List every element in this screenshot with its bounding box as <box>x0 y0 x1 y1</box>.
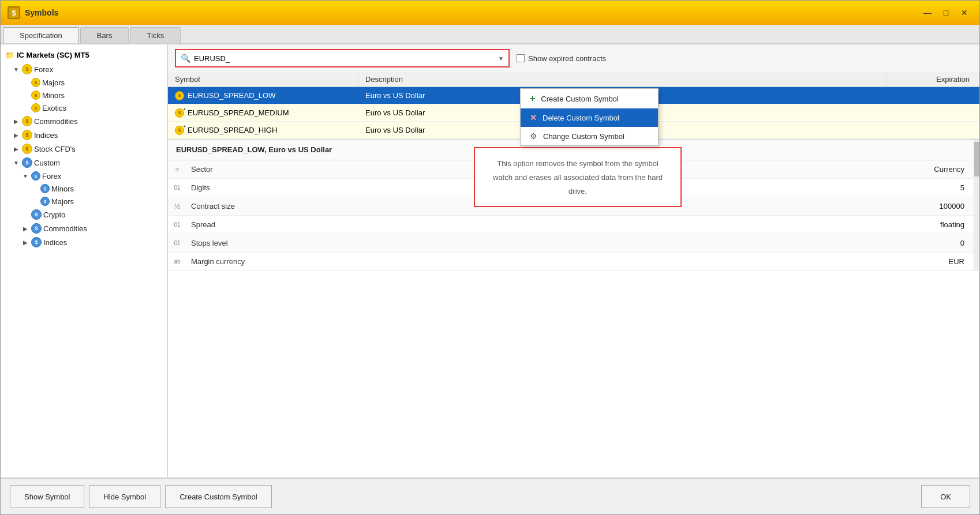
ctx-change-custom-symbol[interactable]: ⚙ Change Custom Symbol <box>521 127 658 145</box>
tree-item-exotics[interactable]: $ Exotics <box>1 102 167 114</box>
context-menu: + Create Custom Symbol ✕ Delete Custom S… <box>520 88 659 146</box>
custom-majors-label: Majors <box>51 197 74 206</box>
digits-icon: 01 <box>168 185 186 191</box>
row-icon-3: $+ <box>175 126 184 135</box>
symbol-text-1: EURUSD_SPREAD_LOW <box>188 91 275 100</box>
close-button[interactable]: ✕ <box>956 6 972 20</box>
row-icon-2: $+ <box>175 108 184 118</box>
scrollbar[interactable] <box>974 140 979 271</box>
tab-bar: Specification Bars Ticks <box>1 25 979 44</box>
tree-root-label: IC Markets (SC) MT5 <box>17 51 89 59</box>
td-symbol-2: $+ EURUSD_SPREAD_MEDIUM <box>168 106 358 120</box>
tree-root: 📁 IC Markets (SC) MT5 <box>1 48 167 62</box>
spread-value: floating <box>858 217 974 232</box>
expand-custom-indices[interactable]: ▶ <box>21 238 29 246</box>
title-buttons: — □ ✕ <box>919 6 972 20</box>
expand-custom[interactable]: ▼ <box>12 159 20 167</box>
sector-value: Currency <box>858 161 974 177</box>
tab-ticks[interactable]: Ticks <box>130 27 181 43</box>
custom-commodities-icon: $ <box>31 223 42 234</box>
stops-label: Stops level <box>186 235 858 251</box>
search-icon: 🔍 <box>181 54 190 63</box>
expand-stock-cfds[interactable]: ▶ <box>12 145 20 153</box>
ctx-delete-custom-symbol[interactable]: ✕ Delete Custom Symbol <box>521 108 658 127</box>
digits-value: 5 <box>858 180 974 196</box>
tree-item-indices[interactable]: ▶ $ Indices <box>1 128 167 142</box>
commodities-icon: $ <box>22 116 32 126</box>
folder-icon: 📁 <box>5 51 14 59</box>
show-expired-checkbox[interactable] <box>517 54 525 62</box>
show-symbol-button[interactable]: Show Symbol <box>10 485 84 508</box>
custom-icon: $ <box>22 157 32 168</box>
tree-item-custom[interactable]: ▼ $ Custom <box>1 156 167 170</box>
tree-item-minors[interactable]: $ Minors <box>1 89 167 102</box>
tree-item-custom-crypto[interactable]: $ Crypto <box>1 208 167 221</box>
expand-indices[interactable]: ▶ <box>12 131 20 139</box>
tree-item-custom-minors[interactable]: $ Minors <box>1 182 167 195</box>
search-dropdown-arrow[interactable]: ▼ <box>498 55 504 62</box>
commodities-label: Commodities <box>34 117 78 126</box>
window-icon: $ <box>8 6 20 19</box>
indices-icon: $ <box>22 130 32 140</box>
tree-item-stock-cfds[interactable]: ▶ $ Stock CFD's <box>1 142 167 156</box>
expand-custom-majors <box>31 197 39 205</box>
tree-item-custom-indices[interactable]: ▶ $ Indices <box>1 235 167 249</box>
expand-minors <box>21 91 29 99</box>
title-bar: $ Symbols — □ ✕ <box>1 1 979 25</box>
expand-custom-forex[interactable]: ▼ <box>21 172 29 180</box>
td-exp-1 <box>887 93 979 98</box>
margin-label: Margin currency <box>186 254 858 269</box>
custom-indices-label: Indices <box>43 238 67 247</box>
expand-custom-commodities[interactable]: ▶ <box>21 224 29 232</box>
indices-label: Indices <box>34 131 58 140</box>
search-input[interactable] <box>194 54 495 63</box>
expand-custom-crypto <box>21 210 29 219</box>
th-symbol: Symbol <box>168 72 358 87</box>
hide-symbol-button[interactable]: Hide Symbol <box>89 485 160 508</box>
tab-bars[interactable]: Bars <box>80 27 129 43</box>
sector-icon: ≡ <box>168 166 186 174</box>
symbol-text-2: EURUSD_SPREAD_MEDIUM <box>188 108 289 117</box>
tree-item-forex[interactable]: ▼ $ Forex <box>1 62 167 76</box>
bottom-bar: Show Symbol Hide Symbol Create Custom Sy… <box>1 478 979 514</box>
expand-commodities[interactable]: ▶ <box>12 117 20 125</box>
maximize-button[interactable]: □ <box>938 6 954 20</box>
search-bar: 🔍 ▼ Show expired contracts <box>168 44 979 72</box>
ok-button[interactable]: OK <box>921 485 970 508</box>
symbol-tree: 📁 IC Markets (SC) MT5 ▼ $ Forex $ Majors <box>1 44 168 478</box>
right-panel: 🔍 ▼ Show expired contracts Symbol Descri… <box>168 44 979 478</box>
ctx-create-custom-symbol[interactable]: + Create Custom Symbol <box>521 89 658 108</box>
contract-icon: ½ <box>168 202 186 210</box>
detail-row-margin: ab Margin currency EUR <box>168 253 974 271</box>
forex-label: Forex <box>34 65 53 74</box>
spread-icon: 01 <box>168 221 186 228</box>
custom-minors-icon: $ <box>40 184 50 193</box>
margin-value: EUR <box>858 254 974 269</box>
tab-specification[interactable]: Specification <box>3 27 79 43</box>
custom-crypto-label: Crypto <box>43 210 65 219</box>
majors-label: Majors <box>42 78 65 87</box>
scrollbar-thumb <box>974 142 979 176</box>
detail-row-stops: 01 Stops level 0 <box>168 234 974 253</box>
symbol-text-3: EURUSD_SPREAD_HIGH <box>188 126 277 134</box>
exotics-label: Exotics <box>42 104 66 112</box>
custom-majors-icon: $ <box>40 197 50 206</box>
tree-item-commodities[interactable]: ▶ $ Commodities <box>1 114 167 128</box>
ctx-delete-label: Delete Custom Symbol <box>543 114 619 122</box>
td-symbol-3: $+ EURUSD_SPREAD_HIGH <box>168 123 358 137</box>
tree-item-custom-forex[interactable]: ▼ $ Forex <box>1 170 167 182</box>
create-custom-symbol-button[interactable]: Create Custom Symbol <box>165 485 271 508</box>
x-icon: ✕ <box>530 113 537 122</box>
tree-item-custom-commodities[interactable]: ▶ $ Commodities <box>1 221 167 235</box>
custom-forex-icon: $ <box>31 171 40 181</box>
tree-item-custom-majors[interactable]: $ Majors <box>1 195 167 208</box>
search-box-container: 🔍 ▼ <box>175 49 510 67</box>
expand-forex[interactable]: ▼ <box>12 65 20 73</box>
minimize-button[interactable]: — <box>919 6 936 20</box>
show-expired-label[interactable]: Show expired contracts <box>517 54 606 63</box>
expand-majors <box>21 78 29 87</box>
minors-label: Minors <box>42 91 65 100</box>
margin-icon: ab <box>168 258 186 265</box>
stops-icon: 01 <box>168 240 186 246</box>
tree-item-majors[interactable]: $ Majors <box>1 76 167 89</box>
